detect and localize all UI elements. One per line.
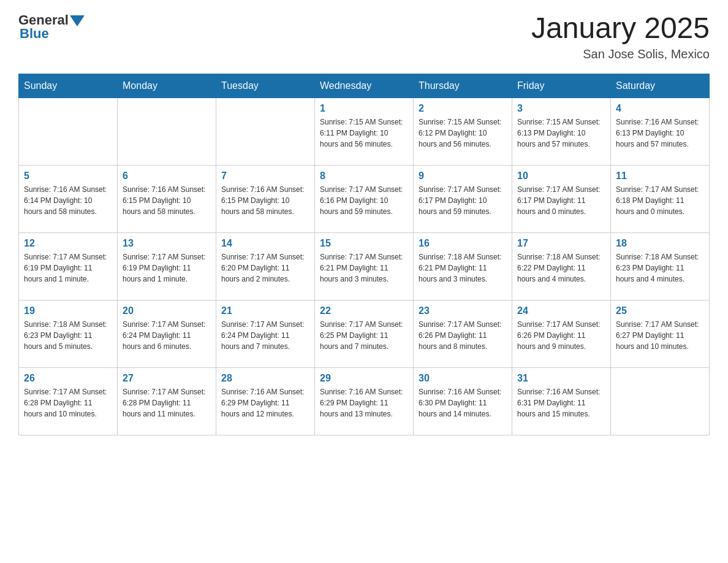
calendar-cell: 8Sunrise: 7:17 AM Sunset: 6:16 PM Daylig… [315,165,414,232]
svg-marker-0 [70,15,85,26]
day-number: 13 [123,238,211,249]
calendar-cell: 28Sunrise: 7:16 AM Sunset: 6:29 PM Dayli… [216,367,315,435]
logo: General Blue [18,12,85,42]
day-info: Sunrise: 7:18 AM Sunset: 6:23 PM Dayligh… [24,319,112,352]
calendar-cell: 3Sunrise: 7:15 AM Sunset: 6:13 PM Daylig… [512,98,611,165]
calendar-cell: 26Sunrise: 7:17 AM Sunset: 6:28 PM Dayli… [19,367,118,435]
day-info: Sunrise: 7:17 AM Sunset: 6:24 PM Dayligh… [123,319,211,352]
calendar-week-row: 19Sunrise: 7:18 AM Sunset: 6:23 PM Dayli… [19,300,710,367]
calendar-cell [611,367,710,435]
calendar-cell: 18Sunrise: 7:18 AM Sunset: 6:23 PM Dayli… [611,232,710,300]
day-of-week-header: Tuesday [216,74,315,98]
day-number: 2 [419,103,507,114]
calendar-cell: 23Sunrise: 7:17 AM Sunset: 6:26 PM Dayli… [414,300,512,367]
calendar-cell: 4Sunrise: 7:16 AM Sunset: 6:13 PM Daylig… [611,98,710,165]
calendar-cell: 20Sunrise: 7:17 AM Sunset: 6:24 PM Dayli… [118,300,216,367]
day-info: Sunrise: 7:16 AM Sunset: 6:29 PM Dayligh… [320,386,408,419]
day-info: Sunrise: 7:16 AM Sunset: 6:29 PM Dayligh… [221,386,309,419]
month-year-title: January 2025 [531,12,710,45]
day-info: Sunrise: 7:17 AM Sunset: 6:26 PM Dayligh… [517,319,605,352]
day-number: 10 [517,170,605,182]
calendar-cell: 29Sunrise: 7:16 AM Sunset: 6:29 PM Dayli… [315,367,414,435]
day-info: Sunrise: 7:17 AM Sunset: 6:19 PM Dayligh… [123,251,211,285]
day-info: Sunrise: 7:17 AM Sunset: 6:25 PM Dayligh… [320,319,408,352]
day-of-week-header: Friday [512,74,611,98]
day-info: Sunrise: 7:17 AM Sunset: 6:19 PM Dayligh… [24,251,112,285]
calendar-week-row: 1Sunrise: 7:15 AM Sunset: 6:11 PM Daylig… [19,98,710,165]
day-of-week-header: Thursday [414,74,512,98]
location-subtitle: San Jose Solis, Mexico [531,47,710,61]
day-number: 8 [320,170,408,182]
day-number: 17 [517,238,605,249]
day-info: Sunrise: 7:17 AM Sunset: 6:20 PM Dayligh… [221,251,309,285]
calendar-cell: 24Sunrise: 7:17 AM Sunset: 6:26 PM Dayli… [512,300,611,367]
calendar-week-row: 26Sunrise: 7:17 AM Sunset: 6:28 PM Dayli… [19,367,710,435]
calendar-cell: 6Sunrise: 7:16 AM Sunset: 6:15 PM Daylig… [118,165,216,232]
day-number: 22 [320,305,408,316]
calendar-cell [216,98,315,165]
calendar-cell: 7Sunrise: 7:16 AM Sunset: 6:15 PM Daylig… [216,165,315,232]
day-info: Sunrise: 7:18 AM Sunset: 6:21 PM Dayligh… [419,251,507,285]
day-number: 14 [221,238,309,249]
calendar-cell: 21Sunrise: 7:17 AM Sunset: 6:24 PM Dayli… [216,300,315,367]
day-number: 5 [24,170,112,182]
day-info: Sunrise: 7:17 AM Sunset: 6:16 PM Dayligh… [320,184,408,217]
day-info: Sunrise: 7:17 AM Sunset: 6:27 PM Dayligh… [616,319,704,352]
calendar-cell: 15Sunrise: 7:17 AM Sunset: 6:21 PM Dayli… [315,232,414,300]
day-info: Sunrise: 7:16 AM Sunset: 6:15 PM Dayligh… [221,184,309,217]
calendar-cell: 9Sunrise: 7:17 AM Sunset: 6:17 PM Daylig… [414,165,512,232]
day-info: Sunrise: 7:16 AM Sunset: 6:14 PM Dayligh… [24,184,112,217]
day-of-week-header: Sunday [19,74,118,98]
calendar-week-row: 12Sunrise: 7:17 AM Sunset: 6:19 PM Dayli… [19,232,710,300]
day-info: Sunrise: 7:16 AM Sunset: 6:13 PM Dayligh… [616,117,704,150]
day-number: 3 [517,103,605,114]
day-number: 30 [419,373,507,384]
calendar-cell: 22Sunrise: 7:17 AM Sunset: 6:25 PM Dayli… [315,300,414,367]
day-info: Sunrise: 7:16 AM Sunset: 6:31 PM Dayligh… [517,386,605,419]
day-info: Sunrise: 7:16 AM Sunset: 6:30 PM Dayligh… [419,386,507,419]
day-info: Sunrise: 7:17 AM Sunset: 6:17 PM Dayligh… [517,184,605,217]
day-number: 29 [320,373,408,384]
day-info: Sunrise: 7:17 AM Sunset: 6:21 PM Dayligh… [320,251,408,285]
calendar-cell: 11Sunrise: 7:17 AM Sunset: 6:18 PM Dayli… [611,165,710,232]
day-info: Sunrise: 7:15 AM Sunset: 6:12 PM Dayligh… [419,117,507,150]
day-of-week-header: Wednesday [315,74,414,98]
day-number: 28 [221,373,309,384]
day-number: 26 [24,373,112,384]
day-info: Sunrise: 7:18 AM Sunset: 6:23 PM Dayligh… [616,251,704,285]
calendar-cell: 12Sunrise: 7:17 AM Sunset: 6:19 PM Dayli… [19,232,118,300]
day-number: 19 [24,305,112,316]
day-number: 7 [221,170,309,182]
logo-icon [70,13,85,28]
calendar-week-row: 5Sunrise: 7:16 AM Sunset: 6:14 PM Daylig… [19,165,710,232]
calendar-cell: 27Sunrise: 7:17 AM Sunset: 6:28 PM Dayli… [118,367,216,435]
calendar-cell: 16Sunrise: 7:18 AM Sunset: 6:21 PM Dayli… [414,232,512,300]
day-of-week-header: Saturday [611,74,710,98]
day-number: 4 [616,103,704,114]
day-info: Sunrise: 7:15 AM Sunset: 6:11 PM Dayligh… [320,117,408,150]
day-number: 23 [419,305,507,316]
day-number: 16 [419,238,507,249]
day-info: Sunrise: 7:17 AM Sunset: 6:17 PM Dayligh… [419,184,507,217]
calendar-cell [19,98,118,165]
day-number: 12 [24,238,112,249]
day-number: 18 [616,238,704,249]
calendar-header-row: SundayMondayTuesdayWednesdayThursdayFrid… [19,74,710,98]
day-number: 31 [517,373,605,384]
calendar-cell: 1Sunrise: 7:15 AM Sunset: 6:11 PM Daylig… [315,98,414,165]
calendar-table: SundayMondayTuesdayWednesdayThursdayFrid… [18,74,710,435]
calendar-cell: 30Sunrise: 7:16 AM Sunset: 6:30 PM Dayli… [414,367,512,435]
day-number: 6 [123,170,211,182]
calendar-cell: 13Sunrise: 7:17 AM Sunset: 6:19 PM Dayli… [118,232,216,300]
day-info: Sunrise: 7:17 AM Sunset: 6:28 PM Dayligh… [123,386,211,419]
day-info: Sunrise: 7:16 AM Sunset: 6:15 PM Dayligh… [123,184,211,217]
day-number: 21 [221,305,309,316]
page-header: General Blue January 2025 San Jose Solis… [18,12,710,61]
day-number: 20 [123,305,211,316]
day-number: 9 [419,170,507,182]
day-info: Sunrise: 7:17 AM Sunset: 6:26 PM Dayligh… [419,319,507,352]
day-number: 15 [320,238,408,249]
calendar-cell: 14Sunrise: 7:17 AM Sunset: 6:20 PM Dayli… [216,232,315,300]
calendar-cell: 25Sunrise: 7:17 AM Sunset: 6:27 PM Dayli… [611,300,710,367]
day-info: Sunrise: 7:15 AM Sunset: 6:13 PM Dayligh… [517,117,605,150]
